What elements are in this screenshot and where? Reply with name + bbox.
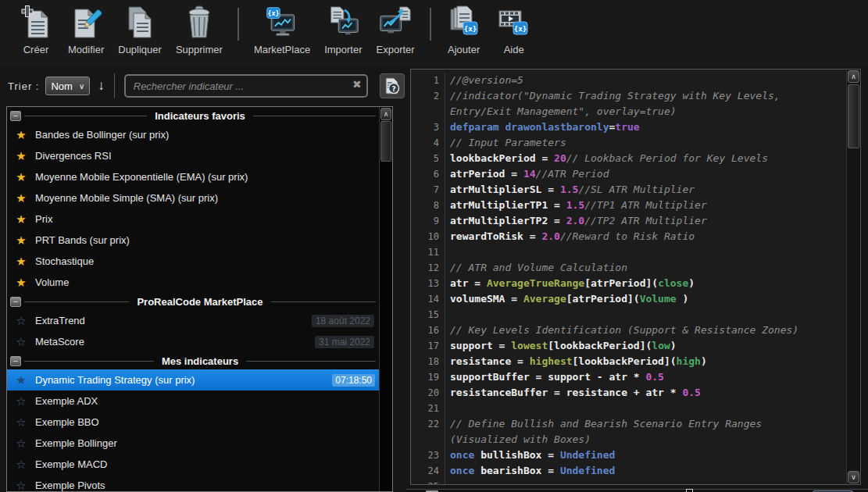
indicator-row[interactable]: ☆MetaScore31 mai 2022 (7, 331, 379, 352)
code-line: 14volumeSMA = Average[atrPeriod](Volume … (411, 291, 846, 307)
indicator-row[interactable]: ★Stochastique (7, 251, 379, 272)
svg-text:{x}: {x} (267, 9, 279, 17)
code-line: 17support = lowest[lookbackPeriod](low) (411, 338, 846, 354)
star-outline-icon[interactable]: ☆ (13, 458, 29, 472)
section-title: Mes indicateurs (162, 355, 238, 367)
star-outline-icon[interactable]: ☆ (13, 415, 29, 430)
marketplace-button[interactable]: {x} MarketPlace (254, 3, 310, 55)
code-line: 9atrMultiplierTP2 = 2.0//TP2 ATR Multipl… (411, 213, 846, 229)
indicator-row[interactable]: ☆Exemple Pivots (7, 475, 379, 492)
delete-button[interactable]: Supprimer (176, 3, 223, 55)
search-help-button[interactable]: ? (379, 73, 405, 99)
toolbar-button-label: Modifier (68, 44, 104, 55)
collapse-icon[interactable]: − (10, 356, 21, 366)
line-number: 15 (411, 307, 445, 323)
line-number: 11 (411, 244, 445, 260)
indicator-label: Moyenne Mobile Exponentielle (EMA) (sur … (35, 171, 248, 183)
bottom-dialog-edge (406, 489, 868, 492)
star-filled-icon[interactable]: ★ (13, 128, 29, 142)
star-filled-icon[interactable]: ★ (13, 276, 29, 290)
list-scrollbar-thumb[interactable] (380, 121, 391, 162)
toolbar-button-label: Importer (324, 44, 362, 55)
indicator-label: PRT Bands (sur prix) (35, 234, 130, 246)
clear-search-icon[interactable]: ✖ (352, 79, 362, 90)
list-scrollbar[interactable]: ∧ (379, 107, 392, 491)
section-divider (253, 116, 376, 116)
indicator-row[interactable]: ★Moyenne Mobile Exponentielle (EMA) (sur… (7, 166, 379, 187)
add-button[interactable]: {x} Ajouter (446, 3, 482, 55)
indicator-row[interactable]: ☆Exemple ADX (7, 390, 379, 412)
sort-label: Trier : (8, 80, 39, 92)
indicator-label: Bandes de Bollinger (sur prix) (35, 129, 169, 141)
indicator-list-panel: −Indicateurs favoris★Bandes de Bollinger… (6, 106, 393, 492)
svg-text:{x}: {x} (514, 25, 527, 33)
scroll-down-icon[interactable]: ∨ (848, 471, 859, 483)
indicator-row[interactable]: ☆Exemple Bollinger (7, 433, 379, 454)
line-number (411, 432, 445, 447)
collapse-icon[interactable]: − (10, 297, 21, 307)
star-filled-icon[interactable]: ★ (13, 149, 29, 163)
indicator-row[interactable]: ★Volume (7, 272, 379, 293)
indicator-row[interactable]: ☆Exemple BBO (7, 412, 379, 433)
sort-dropdown[interactable]: Nom ∨ (45, 77, 90, 95)
code-line: 10rewardToRisk = 2.0//Reward to Risk Rat… (411, 229, 846, 244)
indicator-row[interactable]: ★Divergences RSI (7, 145, 379, 166)
line-number: 16 (411, 323, 445, 338)
scroll-up-icon[interactable]: ∧ (380, 108, 391, 120)
star-filled-icon[interactable]: ★ (13, 373, 29, 387)
indicator-label: Exemple Pivots (35, 480, 105, 491)
duplicate-button[interactable]: Dupliquer (118, 3, 162, 55)
code-editor[interactable]: 1//@version=52//indicator("Dynamic Tradi… (411, 70, 846, 484)
code-line: 15 (411, 307, 846, 323)
code-text: lookbackPeriod = 20// Lookback Period fo… (445, 151, 768, 166)
star-filled-icon[interactable]: ★ (13, 170, 29, 184)
code-text: once bullishBox = Undefined (445, 447, 615, 463)
code-text: resistance = highest[lookbackPeriod](hig… (445, 354, 707, 369)
line-number: 9 (411, 213, 445, 229)
line-number: 1 (411, 73, 445, 88)
editor-scrollbar-thumb[interactable] (848, 84, 859, 148)
svg-text:{x}: {x} (464, 25, 477, 33)
star-outline-icon[interactable]: ☆ (13, 437, 29, 451)
indicator-row[interactable]: ★PRT Bands (sur prix) (7, 230, 379, 251)
export-button[interactable]: Exporter (377, 3, 415, 55)
star-filled-icon[interactable]: ★ (13, 212, 29, 226)
help-button[interactable]: {x} Aide (496, 3, 532, 55)
code-text: resistanceBuffer = resistance + atr * 0.… (445, 385, 701, 401)
star-filled-icon[interactable]: ★ (13, 234, 29, 248)
indicator-row[interactable]: ★Dynamic Trading Strategy (sur prix)07:1… (7, 369, 379, 390)
search-input[interactable] (124, 74, 368, 98)
code-text: // ATR and Volume Calculation (445, 260, 627, 276)
sort-direction-icon[interactable]: ↓ (98, 78, 105, 94)
section-divider (24, 116, 147, 116)
indicator-row[interactable]: ★Bandes de Bollinger (sur prix) (7, 124, 379, 145)
star-outline-icon[interactable]: ☆ (13, 394, 29, 408)
toolbar-button-label: Créer (23, 44, 49, 55)
modify-button[interactable]: Modifier (68, 3, 104, 55)
code-editor-panel: 1//@version=52//indicator("Dynamic Tradi… (410, 69, 861, 485)
star-outline-icon[interactable]: ☆ (13, 335, 29, 349)
indicator-label: Volume (35, 276, 69, 288)
create-button[interactable]: Créer (18, 3, 54, 55)
code-text: // Input Parameters (445, 135, 566, 151)
line-number: 3 (411, 119, 445, 135)
star-outline-icon[interactable]: ☆ (13, 479, 29, 492)
documents-copy-icon (122, 3, 158, 42)
indicator-row[interactable]: ☆Exemple MACD (7, 454, 379, 475)
editor-scrollbar[interactable]: ∧ ∨ (846, 70, 860, 484)
indicator-label: Dynamic Trading Strategy (sur prix) (35, 374, 195, 386)
star-filled-icon[interactable]: ★ (13, 255, 29, 269)
import-button[interactable]: Importer (324, 3, 362, 55)
code-line: Entry/Exit Management", overlay=true) (411, 104, 846, 119)
code-text: // Define Bullish and Bearish Scenario E… (445, 416, 762, 432)
star-outline-icon[interactable]: ☆ (13, 314, 29, 328)
star-filled-icon[interactable]: ★ (13, 191, 29, 205)
indicator-row[interactable]: ☆ExtraTrend18 août 2022 (7, 310, 379, 331)
collapse-icon[interactable]: − (10, 111, 21, 121)
line-number: 23 (411, 447, 445, 463)
scroll-up-icon[interactable]: ∧ (848, 70, 859, 83)
line-number: 12 (411, 260, 445, 276)
code-line: 20resistanceBuffer = resistance + atr * … (411, 385, 846, 401)
indicator-row[interactable]: ★Prix (7, 209, 379, 230)
indicator-row[interactable]: ★Moyenne Mobile Simple (SMA) (sur prix) (7, 187, 379, 209)
